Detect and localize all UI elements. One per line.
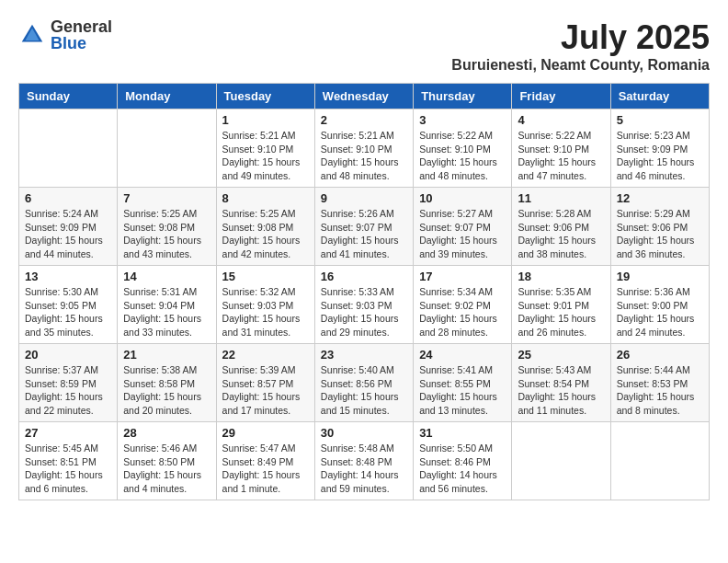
day-info: Sunrise: 5:22 AM Sunset: 9:10 PM Dayligh…	[518, 129, 604, 183]
logo-general: General	[51, 18, 112, 35]
day-info: Sunrise: 5:37 AM Sunset: 8:59 PM Dayligh…	[25, 363, 111, 418]
day-info: Sunrise: 5:38 AM Sunset: 8:58 PM Dayligh…	[123, 363, 210, 418]
day-info: Sunrise: 5:47 AM Sunset: 8:49 PM Dayligh…	[222, 442, 309, 496]
day-number: 12	[617, 191, 703, 205]
calendar-cell: 27Sunrise: 5:45 AM Sunset: 8:51 PM Dayli…	[19, 422, 118, 500]
day-info: Sunrise: 5:45 AM Sunset: 8:51 PM Dayligh…	[25, 442, 111, 496]
calendar-cell: 22Sunrise: 5:39 AM Sunset: 8:57 PM Dayli…	[216, 344, 314, 422]
calendar-cell	[118, 109, 216, 188]
day-number: 11	[518, 191, 604, 205]
calendar-cell: 30Sunrise: 5:48 AM Sunset: 8:48 PM Dayli…	[314, 422, 413, 500]
day-info: Sunrise: 5:29 AM Sunset: 9:06 PM Dayligh…	[617, 207, 703, 261]
day-number: 7	[123, 191, 210, 205]
day-number: 13	[25, 270, 111, 283]
calendar-cell: 20Sunrise: 5:37 AM Sunset: 8:59 PM Dayli…	[19, 344, 118, 422]
calendar-cell: 25Sunrise: 5:43 AM Sunset: 8:54 PM Dayli…	[512, 344, 610, 422]
calendar-header-sunday: Sunday	[19, 84, 118, 109]
calendar-cell: 12Sunrise: 5:29 AM Sunset: 9:06 PM Dayli…	[610, 188, 709, 266]
day-info: Sunrise: 5:26 AM Sunset: 9:07 PM Dayligh…	[321, 207, 407, 261]
calendar-header-wednesday: Wednesday	[314, 84, 413, 109]
calendar-cell: 18Sunrise: 5:35 AM Sunset: 9:01 PM Dayli…	[512, 266, 610, 344]
logo: General Blue	[18, 18, 112, 52]
calendar-header-saturday: Saturday	[610, 84, 709, 109]
day-number: 10	[419, 191, 506, 205]
day-number: 6	[25, 191, 111, 205]
day-info: Sunrise: 5:39 AM Sunset: 8:57 PM Dayligh…	[222, 363, 309, 418]
calendar-header-row: SundayMondayTuesdayWednesdayThursdayFrid…	[19, 84, 710, 109]
day-info: Sunrise: 5:32 AM Sunset: 9:03 PM Dayligh…	[222, 285, 309, 339]
calendar-cell: 9Sunrise: 5:26 AM Sunset: 9:07 PM Daylig…	[314, 188, 413, 266]
day-number: 28	[123, 426, 210, 440]
day-number: 14	[123, 270, 210, 283]
calendar-week-5: 27Sunrise: 5:45 AM Sunset: 8:51 PM Dayli…	[19, 422, 710, 500]
day-number: 17	[419, 270, 506, 283]
day-info: Sunrise: 5:25 AM Sunset: 9:08 PM Dayligh…	[222, 207, 309, 261]
day-number: 29	[222, 426, 309, 440]
day-info: Sunrise: 5:23 AM Sunset: 9:09 PM Dayligh…	[617, 129, 703, 183]
day-number: 23	[321, 348, 407, 362]
day-number: 2	[321, 113, 407, 127]
logo-blue: Blue	[51, 35, 112, 52]
day-number: 26	[617, 348, 703, 362]
day-info: Sunrise: 5:43 AM Sunset: 8:54 PM Dayligh…	[518, 363, 604, 418]
calendar-cell	[512, 422, 610, 500]
calendar-cell: 29Sunrise: 5:47 AM Sunset: 8:49 PM Dayli…	[216, 422, 314, 500]
day-number: 3	[419, 113, 506, 127]
day-info: Sunrise: 5:48 AM Sunset: 8:48 PM Dayligh…	[321, 442, 407, 496]
day-info: Sunrise: 5:27 AM Sunset: 9:07 PM Dayligh…	[419, 207, 506, 261]
day-info: Sunrise: 5:36 AM Sunset: 9:00 PM Dayligh…	[617, 285, 703, 339]
title-section: July 2025 Buruienesti, Neamt County, Rom…	[451, 18, 710, 74]
day-info: Sunrise: 5:31 AM Sunset: 9:04 PM Dayligh…	[123, 285, 210, 339]
day-number: 25	[518, 348, 604, 362]
day-number: 1	[222, 113, 309, 127]
day-info: Sunrise: 5:30 AM Sunset: 9:05 PM Dayligh…	[25, 285, 111, 339]
calendar-table: SundayMondayTuesdayWednesdayThursdayFrid…	[18, 83, 710, 500]
day-number: 19	[617, 270, 703, 283]
month-title: July 2025	[451, 18, 710, 57]
calendar-week-1: 1Sunrise: 5:21 AM Sunset: 9:10 PM Daylig…	[19, 109, 710, 188]
day-number: 18	[518, 270, 604, 283]
page-header: General Blue July 2025 Buruienesti, Neam…	[18, 18, 710, 74]
calendar-header-thursday: Thursday	[414, 84, 512, 109]
calendar-cell: 16Sunrise: 5:33 AM Sunset: 9:03 PM Dayli…	[314, 266, 413, 344]
calendar-cell: 11Sunrise: 5:28 AM Sunset: 9:06 PM Dayli…	[512, 188, 610, 266]
day-info: Sunrise: 5:24 AM Sunset: 9:09 PM Dayligh…	[25, 207, 111, 261]
day-info: Sunrise: 5:33 AM Sunset: 9:03 PM Dayligh…	[321, 285, 407, 339]
calendar-cell: 15Sunrise: 5:32 AM Sunset: 9:03 PM Dayli…	[216, 266, 314, 344]
day-number: 30	[321, 426, 407, 440]
calendar-cell	[19, 109, 118, 188]
day-number: 20	[25, 348, 111, 362]
day-info: Sunrise: 5:35 AM Sunset: 9:01 PM Dayligh…	[518, 285, 604, 339]
calendar-week-3: 13Sunrise: 5:30 AM Sunset: 9:05 PM Dayli…	[19, 266, 710, 344]
calendar-header-tuesday: Tuesday	[216, 84, 314, 109]
day-number: 31	[419, 426, 506, 440]
calendar-header-friday: Friday	[512, 84, 610, 109]
day-info: Sunrise: 5:44 AM Sunset: 8:53 PM Dayligh…	[617, 363, 703, 418]
calendar-cell	[610, 422, 709, 500]
calendar-week-4: 20Sunrise: 5:37 AM Sunset: 8:59 PM Dayli…	[19, 344, 710, 422]
day-number: 27	[25, 426, 111, 440]
day-number: 21	[123, 348, 210, 362]
day-number: 16	[321, 270, 407, 283]
day-number: 15	[222, 270, 309, 283]
day-info: Sunrise: 5:41 AM Sunset: 8:55 PM Dayligh…	[419, 363, 506, 418]
day-info: Sunrise: 5:28 AM Sunset: 9:06 PM Dayligh…	[518, 207, 604, 261]
logo-text: General Blue	[51, 18, 112, 52]
calendar-cell: 1Sunrise: 5:21 AM Sunset: 9:10 PM Daylig…	[216, 109, 314, 188]
calendar-cell: 23Sunrise: 5:40 AM Sunset: 8:56 PM Dayli…	[314, 344, 413, 422]
day-info: Sunrise: 5:25 AM Sunset: 9:08 PM Dayligh…	[123, 207, 210, 261]
calendar-week-2: 6Sunrise: 5:24 AM Sunset: 9:09 PM Daylig…	[19, 188, 710, 266]
calendar-cell: 17Sunrise: 5:34 AM Sunset: 9:02 PM Dayli…	[414, 266, 512, 344]
logo-icon	[18, 21, 46, 49]
day-info: Sunrise: 5:21 AM Sunset: 9:10 PM Dayligh…	[222, 129, 309, 183]
day-number: 5	[617, 113, 703, 127]
day-info: Sunrise: 5:21 AM Sunset: 9:10 PM Dayligh…	[321, 129, 407, 183]
calendar-cell: 19Sunrise: 5:36 AM Sunset: 9:00 PM Dayli…	[610, 266, 709, 344]
calendar-cell: 21Sunrise: 5:38 AM Sunset: 8:58 PM Dayli…	[118, 344, 216, 422]
calendar-header-monday: Monday	[118, 84, 216, 109]
calendar-cell: 31Sunrise: 5:50 AM Sunset: 8:46 PM Dayli…	[414, 422, 512, 500]
calendar-cell: 28Sunrise: 5:46 AM Sunset: 8:50 PM Dayli…	[118, 422, 216, 500]
location-title: Buruienesti, Neamt County, Romania	[451, 57, 710, 74]
day-info: Sunrise: 5:50 AM Sunset: 8:46 PM Dayligh…	[419, 442, 506, 496]
calendar-cell: 6Sunrise: 5:24 AM Sunset: 9:09 PM Daylig…	[19, 188, 118, 266]
